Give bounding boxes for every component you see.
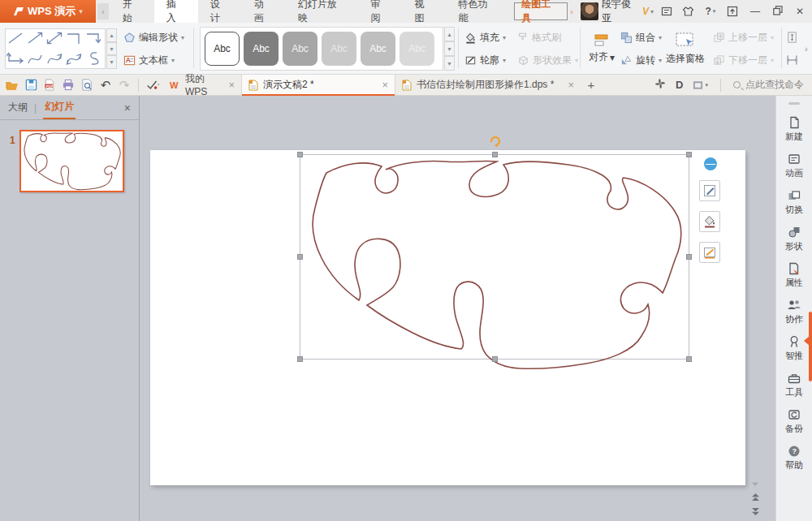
- distribute-horizontal-button[interactable]: [786, 52, 798, 68]
- sidebar-item-help[interactable]: ? 帮助: [785, 445, 803, 471]
- sidebar-scrollbar-thumb[interactable]: [809, 312, 812, 381]
- fill-color-quick-button[interactable]: [699, 211, 720, 232]
- close-button[interactable]: ✕: [796, 6, 804, 17]
- freehand-scribble-shape[interactable]: [300, 155, 690, 372]
- print-preview-icon[interactable]: [80, 78, 94, 93]
- scroll-down-icon[interactable]: [751, 481, 759, 487]
- rotation-handle[interactable]: [489, 135, 502, 148]
- fill-button[interactable]: 填充▾: [464, 29, 506, 45]
- sidebar-expand-arrow[interactable]: [804, 336, 810, 346]
- slides-tab[interactable]: 幻灯片: [43, 96, 76, 119]
- skin-icon[interactable]: [682, 5, 695, 18]
- gallery-scroll-down[interactable]: ▼: [106, 42, 117, 56]
- user-name[interactable]: 段宇俊亚: [602, 0, 641, 23]
- restore-button[interactable]: [773, 6, 783, 18]
- style-scroll-down[interactable]: ▼: [444, 41, 455, 56]
- shape-style-4[interactable]: Abc: [322, 32, 356, 66]
- resize-handle-sw[interactable]: [297, 356, 303, 362]
- avatar[interactable]: [581, 2, 598, 20]
- open-folder-icon[interactable]: [5, 78, 19, 93]
- app-logo[interactable]: WPS 演示 ▾: [0, 0, 96, 23]
- print-icon[interactable]: [61, 78, 76, 93]
- sidebar-item-tools[interactable]: 工具: [785, 372, 803, 398]
- style-more[interactable]: ▼: [444, 56, 455, 71]
- context-tab-drawing-tools[interactable]: 绘图工具: [514, 2, 568, 20]
- previous-slide-icon[interactable]: [751, 493, 760, 502]
- close-icon[interactable]: ×: [228, 79, 235, 91]
- workspace-switch-icon[interactable]: ▾: [693, 80, 708, 90]
- shape-style-6[interactable]: Abc: [400, 32, 434, 66]
- slide-thumbnail[interactable]: [19, 130, 124, 192]
- undo-icon[interactable]: ↶: [98, 78, 113, 93]
- close-icon[interactable]: ×: [382, 79, 388, 91]
- next-slide-icon[interactable]: [751, 507, 760, 516]
- distribute-vertical-button[interactable]: [786, 29, 798, 45]
- menu-tab-home[interactable]: 开始: [110, 0, 154, 23]
- message-icon[interactable]: [660, 5, 673, 18]
- chevron-down-icon[interactable]: ▾: [650, 0, 654, 23]
- shape-style-5[interactable]: Abc: [361, 32, 395, 66]
- shape-effects-button[interactable]: 形状效果▾: [517, 52, 578, 68]
- shape-selection-box[interactable]: [300, 154, 689, 360]
- menu-tab-slideshow[interactable]: 幻灯片放映: [286, 0, 359, 23]
- sidebar-item-new[interactable]: 新建: [785, 116, 803, 143]
- sidebar-item-collaborate[interactable]: 协作: [785, 299, 803, 325]
- collapse-ribbon-icon[interactable]: [726, 5, 739, 18]
- resize-handle-nw[interactable]: [297, 152, 303, 157]
- rotate-button[interactable]: 旋转▾: [620, 52, 662, 68]
- resize-handle-w[interactable]: [297, 254, 303, 260]
- resize-handle-s[interactable]: [492, 356, 498, 362]
- menu-tab-review[interactable]: 审阅: [359, 0, 403, 23]
- collapse-format-bar-button[interactable]: —: [704, 157, 717, 170]
- sidebar-grip[interactable]: [788, 102, 800, 105]
- edit-shape-button[interactable]: 编辑形状▾: [123, 29, 184, 45]
- resize-handle-n[interactable]: [492, 152, 498, 157]
- resize-handle-ne[interactable]: [686, 152, 692, 157]
- send-backward-button[interactable]: 下移一层▾: [713, 52, 774, 68]
- menu-tab-animation[interactable]: 动画: [242, 0, 286, 23]
- export-pdf-icon[interactable]: PDF: [42, 78, 57, 93]
- sidebar-item-smart-recommend[interactable]: 智推: [785, 335, 803, 362]
- resize-handle-e[interactable]: [686, 254, 692, 260]
- help-icon[interactable]: ? ▾: [704, 5, 717, 18]
- align-button[interactable]: 对齐▾: [586, 26, 617, 71]
- gallery-more[interactable]: ▼: [106, 55, 117, 69]
- doc-tab-presentation2[interactable]: 演示文稿2 * ×: [241, 75, 395, 95]
- outline-button[interactable]: 轮廓▾: [464, 52, 506, 68]
- doc-tab-letter-envelope-dps[interactable]: 书信信封绘制用图形操作1.dps * ×: [395, 75, 581, 95]
- line-shape-gallery[interactable]: [5, 28, 106, 69]
- docer-icon[interactable]: D: [676, 79, 683, 91]
- outline-color-quick-button[interactable]: [699, 242, 720, 263]
- menu-tab-design[interactable]: 设计: [198, 0, 242, 23]
- redo-icon[interactable]: ↷: [117, 78, 132, 93]
- sidebar-item-properties[interactable]: 属性: [785, 262, 803, 289]
- shape-style-1[interactable]: Abc: [205, 32, 240, 66]
- ribbon-more-chevron[interactable]: ›: [805, 44, 808, 54]
- shape-style-2[interactable]: Abc: [244, 32, 279, 66]
- group-button[interactable]: 组合▾: [620, 29, 662, 45]
- close-icon[interactable]: ×: [124, 101, 131, 114]
- chevron-right-icon[interactable]: ›: [568, 0, 576, 23]
- sidebar-item-shapes[interactable]: 形状: [785, 226, 803, 252]
- close-icon[interactable]: ×: [568, 79, 574, 91]
- style-scroll-up[interactable]: ▲: [444, 27, 455, 41]
- customize-toolbar-icon[interactable]: [145, 78, 160, 93]
- menu-back-chevron[interactable]: ‹: [97, 3, 109, 19]
- menu-tab-insert[interactable]: 插入: [154, 0, 198, 23]
- menu-tab-view[interactable]: 视图: [403, 0, 447, 23]
- chevron-down-icon[interactable]: ▾: [79, 7, 83, 15]
- sidebar-item-transition[interactable]: 切换: [785, 189, 803, 216]
- format-painter-button[interactable]: 格式刷: [517, 29, 561, 45]
- slide-canvas-area[interactable]: —: [140, 96, 775, 521]
- save-icon[interactable]: [24, 78, 38, 93]
- shape-style-3[interactable]: Abc: [283, 32, 317, 66]
- sidebar-item-backup[interactable]: 备份: [785, 408, 803, 435]
- doc-tab-my-wps[interactable]: W 我的WPS ×: [163, 75, 241, 95]
- minimize-button[interactable]: —: [750, 6, 760, 17]
- outline-tab[interactable]: 大纲: [8, 101, 28, 114]
- sidebar-item-animation[interactable]: 动画: [785, 153, 803, 179]
- resize-handle-se[interactable]: [686, 356, 692, 362]
- bring-forward-button[interactable]: 上移一层▾: [713, 29, 774, 45]
- selection-pane-button[interactable]: 选择窗格: [664, 26, 706, 71]
- menu-tab-special-features[interactable]: 特色功能: [446, 0, 509, 23]
